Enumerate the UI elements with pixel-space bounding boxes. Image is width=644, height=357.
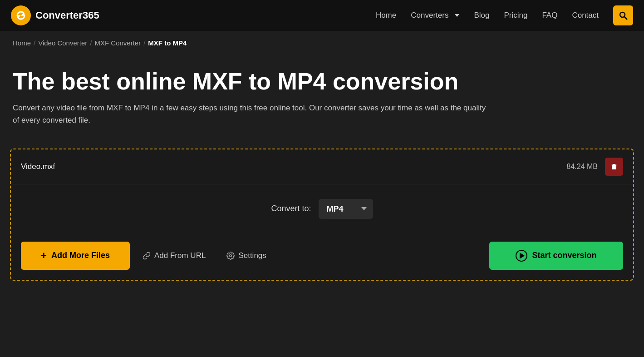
add-more-label: Add More Files <box>51 251 110 260</box>
hero-description: Convert any video file from MXF to MP4 i… <box>13 102 494 126</box>
navbar: Converter365 Home Converters Blog Pricin… <box>0 0 644 31</box>
file-name: Video.mxf <box>21 162 55 171</box>
add-url-label: Add From URL <box>154 251 206 260</box>
breadcrumb: Home / Video Converter / MXF Converter /… <box>0 31 644 55</box>
logo-icon <box>11 5 31 25</box>
nav-pricing[interactable]: Pricing <box>504 11 527 20</box>
converters-chevron-icon <box>455 14 459 17</box>
delete-file-button[interactable] <box>605 158 623 176</box>
start-label: Start conversion <box>532 251 596 260</box>
nav-links: Home Converters Blog Pricing FAQ Contact <box>376 5 633 25</box>
nav-faq[interactable]: FAQ <box>542 11 557 20</box>
breadcrumb-home[interactable]: Home <box>13 39 31 47</box>
nav-blog[interactable]: Blog <box>474 11 489 20</box>
breadcrumb-sep-2: / <box>90 39 92 47</box>
link-icon <box>143 252 151 260</box>
nav-converters[interactable]: Converters <box>411 11 459 20</box>
gear-icon <box>226 252 235 260</box>
left-actions: + Add More Files Add From URL Settings <box>21 242 275 270</box>
breadcrumb-sep-1: / <box>34 39 35 47</box>
convert-to-label: Convert to: <box>271 204 311 213</box>
settings-button[interactable]: Settings <box>218 247 274 265</box>
settings-label: Settings <box>238 251 266 260</box>
convert-to-row: Convert to: MP4 AVI MOV MKV WMV FLV WEBM <box>11 184 633 233</box>
add-more-button[interactable]: + Add More Files <box>21 242 130 270</box>
format-select[interactable]: MP4 AVI MOV MKV WMV FLV WEBM <box>319 199 373 219</box>
start-conversion-button[interactable]: Start conversion <box>489 242 623 270</box>
breadcrumb-current: MXF to MP4 <box>148 39 187 47</box>
hero-section: The best online MXF to MP4 conversion Co… <box>0 55 644 136</box>
trash-icon <box>610 163 618 171</box>
page-title: The best online MXF to MP4 conversion <box>13 69 631 94</box>
nav-contact[interactable]: Contact <box>572 11 599 20</box>
actions-row: + Add More Files Add From URL Settings <box>11 233 633 280</box>
breadcrumb-mxf[interactable]: MXF Converter <box>94 39 141 47</box>
play-triangle-icon <box>520 253 525 259</box>
converter-box: Video.mxf 84.24 MB Convert to: MP4 AVI M… <box>10 149 634 281</box>
plus-icon: + <box>41 250 47 262</box>
file-size: 84.24 MB <box>567 163 598 171</box>
svg-line-2 <box>624 17 627 20</box>
svg-point-1 <box>620 12 625 17</box>
breadcrumb-sep-3: / <box>143 39 145 47</box>
format-select-wrapper: MP4 AVI MOV MKV WMV FLV WEBM <box>319 199 373 219</box>
add-url-button[interactable]: Add From URL <box>134 247 214 265</box>
svg-point-0 <box>11 5 31 25</box>
logo[interactable]: Converter365 <box>11 5 99 25</box>
file-right: 84.24 MB <box>567 158 623 176</box>
breadcrumb-video[interactable]: Video Converter <box>38 39 87 47</box>
search-icon <box>619 11 628 20</box>
file-row: Video.mxf 84.24 MB <box>11 149 633 184</box>
search-button[interactable] <box>613 5 633 25</box>
logo-text: Converter365 <box>35 10 99 21</box>
svg-point-5 <box>230 254 232 257</box>
nav-home[interactable]: Home <box>376 11 396 20</box>
play-circle-icon <box>516 250 527 262</box>
